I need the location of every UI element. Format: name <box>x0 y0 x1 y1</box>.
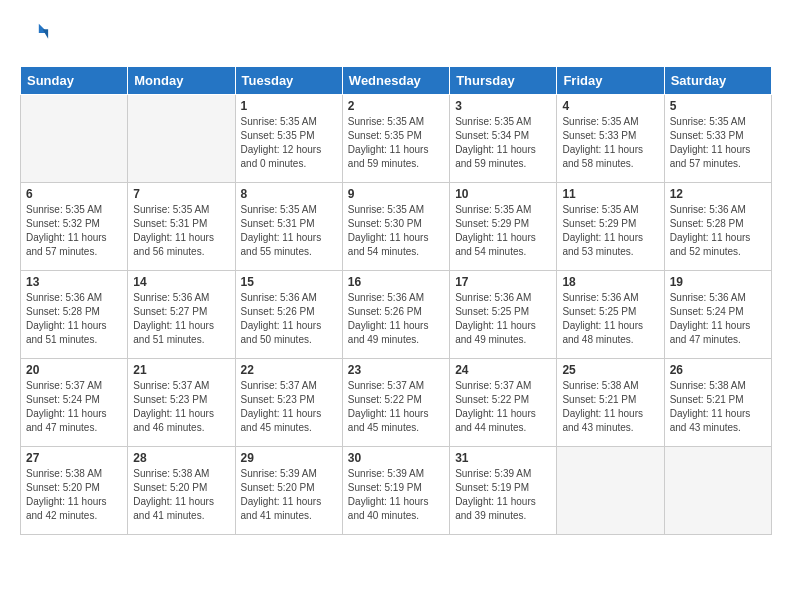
day-number: 7 <box>133 187 229 201</box>
week-row-1: 1Sunrise: 5:35 AM Sunset: 5:35 PM Daylig… <box>21 95 772 183</box>
calendar-cell: 22Sunrise: 5:37 AM Sunset: 5:23 PM Dayli… <box>235 359 342 447</box>
day-info: Sunrise: 5:35 AM Sunset: 5:33 PM Dayligh… <box>562 115 658 171</box>
week-row-5: 27Sunrise: 5:38 AM Sunset: 5:20 PM Dayli… <box>21 447 772 535</box>
day-number: 12 <box>670 187 766 201</box>
calendar-cell: 28Sunrise: 5:38 AM Sunset: 5:20 PM Dayli… <box>128 447 235 535</box>
day-info: Sunrise: 5:37 AM Sunset: 5:22 PM Dayligh… <box>348 379 444 435</box>
day-number: 16 <box>348 275 444 289</box>
calendar-cell: 17Sunrise: 5:36 AM Sunset: 5:25 PM Dayli… <box>450 271 557 359</box>
calendar-cell: 27Sunrise: 5:38 AM Sunset: 5:20 PM Dayli… <box>21 447 128 535</box>
day-header-thursday: Thursday <box>450 67 557 95</box>
calendar-cell: 30Sunrise: 5:39 AM Sunset: 5:19 PM Dayli… <box>342 447 449 535</box>
week-row-4: 20Sunrise: 5:37 AM Sunset: 5:24 PM Dayli… <box>21 359 772 447</box>
calendar-cell: 12Sunrise: 5:36 AM Sunset: 5:28 PM Dayli… <box>664 183 771 271</box>
day-info: Sunrise: 5:38 AM Sunset: 5:21 PM Dayligh… <box>670 379 766 435</box>
day-number: 3 <box>455 99 551 113</box>
calendar-cell: 26Sunrise: 5:38 AM Sunset: 5:21 PM Dayli… <box>664 359 771 447</box>
day-info: Sunrise: 5:35 AM Sunset: 5:31 PM Dayligh… <box>133 203 229 259</box>
calendar-body: 1Sunrise: 5:35 AM Sunset: 5:35 PM Daylig… <box>21 95 772 535</box>
day-number: 27 <box>26 451 122 465</box>
day-number: 14 <box>133 275 229 289</box>
day-number: 29 <box>241 451 337 465</box>
day-info: Sunrise: 5:35 AM Sunset: 5:30 PM Dayligh… <box>348 203 444 259</box>
calendar-cell: 20Sunrise: 5:37 AM Sunset: 5:24 PM Dayli… <box>21 359 128 447</box>
calendar-table: SundayMondayTuesdayWednesdayThursdayFrid… <box>20 66 772 535</box>
day-header-saturday: Saturday <box>664 67 771 95</box>
day-info: Sunrise: 5:37 AM Sunset: 5:23 PM Dayligh… <box>133 379 229 435</box>
calendar-cell: 29Sunrise: 5:39 AM Sunset: 5:20 PM Dayli… <box>235 447 342 535</box>
page: SundayMondayTuesdayWednesdayThursdayFrid… <box>0 0 792 545</box>
svg-marker-1 <box>43 29 49 38</box>
calendar-cell <box>128 95 235 183</box>
day-number: 28 <box>133 451 229 465</box>
day-info: Sunrise: 5:35 AM Sunset: 5:31 PM Dayligh… <box>241 203 337 259</box>
day-info: Sunrise: 5:36 AM Sunset: 5:28 PM Dayligh… <box>670 203 766 259</box>
calendar-cell: 16Sunrise: 5:36 AM Sunset: 5:26 PM Dayli… <box>342 271 449 359</box>
day-number: 31 <box>455 451 551 465</box>
day-number: 4 <box>562 99 658 113</box>
week-row-3: 13Sunrise: 5:36 AM Sunset: 5:28 PM Dayli… <box>21 271 772 359</box>
day-number: 19 <box>670 275 766 289</box>
day-info: Sunrise: 5:38 AM Sunset: 5:21 PM Dayligh… <box>562 379 658 435</box>
calendar-cell: 5Sunrise: 5:35 AM Sunset: 5:33 PM Daylig… <box>664 95 771 183</box>
day-number: 21 <box>133 363 229 377</box>
calendar-cell: 23Sunrise: 5:37 AM Sunset: 5:22 PM Dayli… <box>342 359 449 447</box>
calendar-cell: 3Sunrise: 5:35 AM Sunset: 5:34 PM Daylig… <box>450 95 557 183</box>
calendar-cell: 8Sunrise: 5:35 AM Sunset: 5:31 PM Daylig… <box>235 183 342 271</box>
day-info: Sunrise: 5:36 AM Sunset: 5:25 PM Dayligh… <box>455 291 551 347</box>
week-row-2: 6Sunrise: 5:35 AM Sunset: 5:32 PM Daylig… <box>21 183 772 271</box>
day-info: Sunrise: 5:35 AM Sunset: 5:34 PM Dayligh… <box>455 115 551 171</box>
day-header-wednesday: Wednesday <box>342 67 449 95</box>
day-number: 24 <box>455 363 551 377</box>
calendar-cell: 7Sunrise: 5:35 AM Sunset: 5:31 PM Daylig… <box>128 183 235 271</box>
day-number: 17 <box>455 275 551 289</box>
calendar-cell: 9Sunrise: 5:35 AM Sunset: 5:30 PM Daylig… <box>342 183 449 271</box>
day-header-sunday: Sunday <box>21 67 128 95</box>
calendar-cell <box>21 95 128 183</box>
header <box>20 20 772 52</box>
calendar-cell: 13Sunrise: 5:36 AM Sunset: 5:28 PM Dayli… <box>21 271 128 359</box>
day-info: Sunrise: 5:38 AM Sunset: 5:20 PM Dayligh… <box>133 467 229 523</box>
calendar-cell: 14Sunrise: 5:36 AM Sunset: 5:27 PM Dayli… <box>128 271 235 359</box>
calendar-cell: 6Sunrise: 5:35 AM Sunset: 5:32 PM Daylig… <box>21 183 128 271</box>
day-info: Sunrise: 5:35 AM Sunset: 5:29 PM Dayligh… <box>562 203 658 259</box>
day-info: Sunrise: 5:36 AM Sunset: 5:28 PM Dayligh… <box>26 291 122 347</box>
day-info: Sunrise: 5:36 AM Sunset: 5:26 PM Dayligh… <box>348 291 444 347</box>
calendar-cell <box>557 447 664 535</box>
day-number: 15 <box>241 275 337 289</box>
calendar-header-row: SundayMondayTuesdayWednesdayThursdayFrid… <box>21 67 772 95</box>
day-info: Sunrise: 5:37 AM Sunset: 5:22 PM Dayligh… <box>455 379 551 435</box>
day-number: 9 <box>348 187 444 201</box>
day-number: 1 <box>241 99 337 113</box>
calendar-cell: 2Sunrise: 5:35 AM Sunset: 5:35 PM Daylig… <box>342 95 449 183</box>
logo-icon <box>22 20 50 48</box>
day-number: 8 <box>241 187 337 201</box>
calendar-cell: 31Sunrise: 5:39 AM Sunset: 5:19 PM Dayli… <box>450 447 557 535</box>
day-info: Sunrise: 5:35 AM Sunset: 5:35 PM Dayligh… <box>348 115 444 171</box>
calendar-cell: 25Sunrise: 5:38 AM Sunset: 5:21 PM Dayli… <box>557 359 664 447</box>
day-info: Sunrise: 5:37 AM Sunset: 5:23 PM Dayligh… <box>241 379 337 435</box>
day-info: Sunrise: 5:37 AM Sunset: 5:24 PM Dayligh… <box>26 379 122 435</box>
day-info: Sunrise: 5:39 AM Sunset: 5:19 PM Dayligh… <box>348 467 444 523</box>
calendar-cell: 11Sunrise: 5:35 AM Sunset: 5:29 PM Dayli… <box>557 183 664 271</box>
calendar-cell: 10Sunrise: 5:35 AM Sunset: 5:29 PM Dayli… <box>450 183 557 271</box>
day-info: Sunrise: 5:39 AM Sunset: 5:20 PM Dayligh… <box>241 467 337 523</box>
day-header-monday: Monday <box>128 67 235 95</box>
day-number: 11 <box>562 187 658 201</box>
day-number: 10 <box>455 187 551 201</box>
day-info: Sunrise: 5:35 AM Sunset: 5:33 PM Dayligh… <box>670 115 766 171</box>
calendar-cell: 1Sunrise: 5:35 AM Sunset: 5:35 PM Daylig… <box>235 95 342 183</box>
day-number: 13 <box>26 275 122 289</box>
calendar-cell: 4Sunrise: 5:35 AM Sunset: 5:33 PM Daylig… <box>557 95 664 183</box>
day-info: Sunrise: 5:36 AM Sunset: 5:26 PM Dayligh… <box>241 291 337 347</box>
logo <box>20 20 50 52</box>
calendar-cell <box>664 447 771 535</box>
day-number: 26 <box>670 363 766 377</box>
day-number: 18 <box>562 275 658 289</box>
day-info: Sunrise: 5:35 AM Sunset: 5:29 PM Dayligh… <box>455 203 551 259</box>
calendar-cell: 18Sunrise: 5:36 AM Sunset: 5:25 PM Dayli… <box>557 271 664 359</box>
day-info: Sunrise: 5:36 AM Sunset: 5:25 PM Dayligh… <box>562 291 658 347</box>
day-info: Sunrise: 5:35 AM Sunset: 5:35 PM Dayligh… <box>241 115 337 171</box>
day-info: Sunrise: 5:39 AM Sunset: 5:19 PM Dayligh… <box>455 467 551 523</box>
day-number: 25 <box>562 363 658 377</box>
